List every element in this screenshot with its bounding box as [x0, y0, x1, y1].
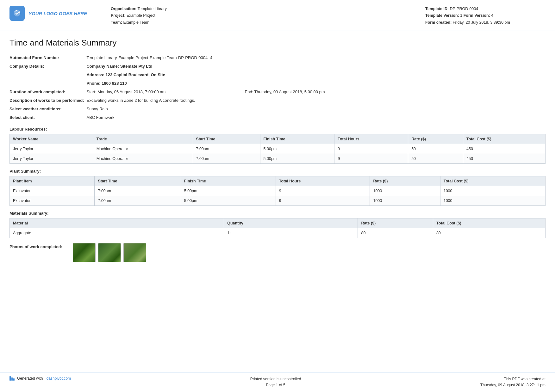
info-row-weather: Select weather conditions: Sunny Rain — [9, 105, 546, 113]
list-item: 9 — [334, 154, 408, 163]
info-row-company: Company Details: Company Name: Sitemate … — [9, 62, 546, 70]
template-id-value: DP-PROD-0004 — [450, 7, 478, 11]
list-item: 7:00am — [193, 154, 260, 163]
plant-col-hours: Total Hours — [276, 176, 370, 186]
list-item: Excavator — [10, 196, 95, 205]
footer-printed-line2: Page 1 of 5 — [250, 382, 301, 388]
client-label: Select client: — [9, 113, 86, 122]
list-item: 50 — [408, 154, 463, 163]
list-item: 5:00pm — [260, 154, 334, 163]
footer-center: Printed version is uncontrolled Page 1 o… — [250, 376, 301, 388]
labour-col-worker: Worker Name — [10, 134, 93, 144]
photos-row: Photos of work completed: — [9, 243, 546, 262]
logo-icon — [9, 6, 25, 21]
project-label: Project: — [111, 13, 126, 18]
description-label: Description of works to be performed: — [9, 96, 86, 105]
template-id-label: Template ID: — [425, 7, 449, 11]
info-row-address: Address: 123 Capital Boulevard, On Site — [9, 70, 546, 79]
plant-col-cost: Total Cost ($) — [440, 176, 545, 186]
client-value: ABC Formwork — [86, 113, 546, 122]
list-item: 7:00am — [95, 196, 181, 205]
list-item: 80 — [433, 228, 545, 238]
labour-col-cost: Total Cost ($) — [463, 134, 546, 144]
main-content: Time and Materials Summary Automated For… — [0, 30, 555, 372]
materials-table: Material Quantity Rate ($) Total Cost ($… — [9, 218, 546, 238]
template-version-label: Template Version: — [425, 13, 459, 18]
footer-bar-icon — [9, 376, 15, 381]
list-item: 5:00pm — [260, 144, 334, 154]
footer-created-line2: Thursday, 09 August 2018, 3:27:11 pm — [480, 382, 546, 388]
list-item: Machine Operator — [93, 154, 193, 163]
materials-col-quantity: Quantity — [224, 218, 358, 228]
list-item: 50 — [408, 144, 463, 154]
photo-thumbs — [73, 243, 146, 262]
table-row: Excavator7:00am5:00pm910001000 — [10, 196, 546, 205]
header-right: Template ID: DP-PROD-0004 Template Versi… — [425, 6, 546, 26]
materials-col-cost: Total Cost ($) — [433, 218, 545, 228]
list-item: 450 — [463, 154, 546, 163]
labour-col-finish: Finish Time — [260, 134, 334, 144]
photo-1 — [73, 243, 96, 262]
list-item: 80 — [358, 228, 433, 238]
plant-table: Plant item Start Time Finish Time Total … — [9, 176, 546, 206]
list-item: 1000 — [440, 196, 545, 205]
plant-header-row: Plant item Start Time Finish Time Total … — [10, 176, 546, 186]
footer-created-line1: This PDF was created at — [480, 376, 546, 382]
footer-printed-line1: Printed version is uncontrolled — [250, 376, 301, 382]
plant-col-start: Start Time — [95, 176, 181, 186]
form-created-value: Friday, 20 July 2018, 3:39:30 pm — [453, 20, 510, 25]
footer-right: This PDF was created at Thursday, 09 Aug… — [480, 376, 546, 388]
address-value: Address: 123 Capital Boulevard, On Site — [86, 70, 546, 79]
list-item: 7:00am — [95, 186, 181, 196]
bar1 — [9, 376, 11, 381]
labour-section-title: Labour Resources: — [9, 127, 546, 132]
team-label: Team: — [111, 20, 122, 25]
list-item: 9 — [276, 196, 370, 205]
labour-col-start: Start Time — [193, 134, 260, 144]
info-row-client: Select client: ABC Formwork — [9, 113, 546, 122]
form-version-label: Form Version: — [464, 13, 490, 18]
list-item: 7:00am — [193, 144, 260, 154]
weather-label: Select weather conditions: — [9, 105, 86, 113]
org-value: Template Library — [138, 7, 167, 11]
plant-col-finish: Finish Time — [181, 176, 276, 186]
list-item: 1t — [224, 228, 358, 238]
header: YOUR LOGO GOES HERE Organisation: Templa… — [0, 0, 555, 30]
list-item: 1000 — [370, 196, 440, 205]
table-row: Jerry TaylorMachine Operator7:00am5:00pm… — [10, 154, 546, 163]
form-created-label: Form created: — [425, 20, 452, 25]
info-row-phone: Phone: 1800 828 110 — [9, 79, 546, 88]
bar2 — [11, 377, 13, 381]
info-row-form-number: Automated Form Number Template Library-E… — [9, 53, 546, 62]
info-row-description: Description of works to be performed: Ex… — [9, 96, 546, 105]
team-value: Example Team — [123, 20, 149, 25]
info-row-duration: Duration of work completed: Start: Monda… — [9, 88, 546, 96]
duration-end: End: Thursday, 09 August 2018, 5:00:00 p… — [245, 88, 546, 96]
materials-col-material: Material — [10, 218, 224, 228]
list-item: Jerry Taylor — [10, 144, 93, 154]
list-item: 9 — [334, 144, 408, 154]
form-number-value: Template Library-Example Project-Example… — [86, 53, 546, 62]
logo-text: YOUR LOGO GOES HERE — [28, 11, 87, 16]
footer-generated-link[interactable]: dashpivot.com — [47, 376, 71, 381]
form-version-value: 4 — [491, 13, 493, 18]
list-item: Aggregate — [10, 228, 224, 238]
list-item: 1000 — [370, 186, 440, 196]
logo-area: YOUR LOGO GOES HERE — [9, 6, 98, 21]
plant-section-title: Plant Summary: — [9, 169, 546, 174]
list-item: 9 — [276, 186, 370, 196]
bar3 — [13, 378, 15, 381]
photos-label: Photos of work completed: — [9, 243, 73, 249]
labour-col-hours: Total Hours — [334, 134, 408, 144]
project-value: Example Project — [127, 13, 155, 18]
list-item: Machine Operator — [93, 144, 193, 154]
materials-header-row: Material Quantity Rate ($) Total Cost ($… — [10, 218, 546, 228]
plant-col-rate: Rate ($) — [370, 176, 440, 186]
page: YOUR LOGO GOES HERE Organisation: Templa… — [0, 0, 555, 392]
footer: Generated with dashpivot.com Printed ver… — [0, 372, 555, 392]
table-row: Aggregate1t8080 — [10, 228, 546, 238]
duration-label: Duration of work completed: — [9, 88, 86, 96]
weather-value: Sunny Rain — [86, 105, 546, 113]
photo-2 — [98, 243, 121, 262]
footer-generated-text: Generated with — [17, 376, 43, 381]
